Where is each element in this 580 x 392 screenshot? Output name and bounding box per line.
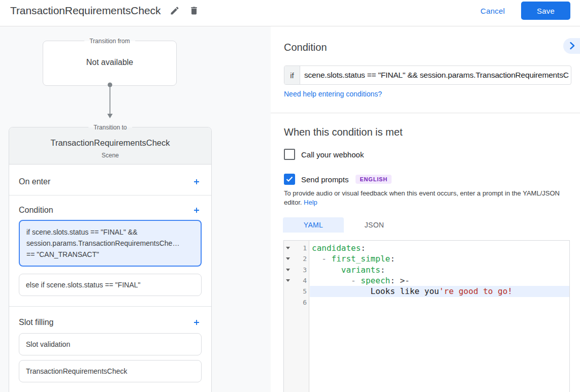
condition-line: if scene.slots.status == "FINAL" && (26, 226, 194, 238)
code-text[interactable] (310, 297, 569, 308)
condition-expression-input[interactable]: scene.slots.status == "FINAL" && session… (300, 66, 571, 84)
collapse-panel-button[interactable] (563, 38, 580, 54)
line-number: 1 (293, 243, 307, 253)
code-text[interactable]: - speech: >- (310, 275, 569, 286)
on-enter-section: On enter (9, 165, 211, 195)
fold-arrow-icon (286, 279, 290, 282)
add-slot-button[interactable] (194, 319, 200, 325)
code-line: 5 Looks like you're good to go! (284, 286, 569, 297)
fold-arrow-icon (286, 257, 290, 260)
scene-card-header[interactable]: TransactionRequirementsCheck Scene (9, 127, 211, 165)
editor-format-tabs: YAMLJSON (283, 217, 405, 233)
code-line: 1candidates: (284, 243, 569, 253)
cancel-button[interactable]: Cancel (480, 7, 505, 15)
scene-type-label: Scene (9, 151, 211, 159)
code-text[interactable]: - first_simple: (310, 253, 569, 264)
else-condition-item[interactable]: else if scene.slots.status == "FINAL" (19, 274, 202, 296)
prompt-description-line1: To provide audio or visual feedback when… (284, 189, 560, 197)
code-line: 4 - speech: >- (284, 275, 569, 286)
webhook-row: Call your webhook (284, 149, 364, 160)
condition-expression-field: if scene.slots.status == "FINAL" && sess… (284, 66, 571, 85)
edit-icon[interactable] (170, 6, 180, 16)
scene-flow-panel: Transition from Not available Transition… (0, 26, 271, 392)
prompt-description-line2: editor. (284, 199, 302, 206)
code-text[interactable]: variants: (310, 265, 569, 275)
fold-toggle[interactable] (284, 253, 293, 264)
checkmark-icon (286, 176, 293, 182)
condition-met-heading: When this condition is met (284, 125, 402, 139)
scene-card: Transition to TransactionRequirementsChe… (9, 127, 212, 392)
condition-line: session.params.TransactionRequirementsCh… (26, 238, 194, 249)
top-bar: TransactionRequirementsCheck Cancel Save (0, 0, 580, 26)
if-prefix: if (284, 66, 300, 84)
panel-divider (271, 113, 580, 113)
scene-name: TransactionRequirementsCheck (9, 137, 211, 148)
line-number: 3 (293, 265, 307, 275)
code-line: 3 variants: (284, 265, 569, 275)
line-number: 5 (293, 286, 307, 297)
language-badge: ENGLISH (356, 175, 392, 184)
condition-heading: Condition (284, 40, 327, 54)
code-line: 6 (284, 297, 569, 308)
call-webhook-label: Call your webhook (301, 150, 364, 159)
line-number: 2 (293, 253, 307, 264)
code-text[interactable]: Looks like you're good to go! (310, 286, 569, 297)
active-condition-item[interactable]: if scene.slots.status == "FINAL" &&sessi… (19, 220, 202, 267)
send-prompts-checkbox[interactable] (284, 174, 295, 185)
tab-yaml[interactable]: YAML (283, 217, 344, 233)
transition-from-legend: Transition from (84, 37, 135, 46)
fold-toggle[interactable] (284, 243, 293, 253)
save-button[interactable]: Save (521, 2, 570, 20)
flow-arrow (102, 80, 118, 122)
condition-editor-panel: Condition if scene.slots.status == "FINA… (271, 26, 580, 392)
add-condition-button[interactable] (194, 207, 200, 213)
slot-item[interactable]: TransactionRequirementsCheck (19, 360, 202, 382)
code-line: 2 - first_simple: (284, 253, 569, 264)
delete-icon[interactable] (189, 6, 199, 16)
yaml-code-editor[interactable]: 1candidates:2 - first_simple:3 variants:… (283, 240, 570, 392)
fold-arrow-icon (286, 247, 290, 249)
condition-label: Condition (19, 206, 53, 215)
transition-from-box: Transition from Not available (43, 41, 177, 86)
condition-line: == "CAN_TRANSACT" (26, 249, 194, 260)
fold-toggle[interactable] (284, 265, 293, 275)
fold-arrow-icon (286, 269, 290, 271)
send-prompts-label: Send prompts (301, 175, 348, 184)
line-number: 6 (293, 297, 307, 308)
tab-json[interactable]: JSON (344, 217, 405, 233)
help-link[interactable]: Help (304, 199, 317, 206)
call-webhook-checkbox[interactable] (284, 149, 295, 160)
transition-to-legend: Transition to (88, 123, 132, 132)
chevron-right-icon (570, 42, 575, 50)
add-on-enter-button[interactable] (194, 179, 200, 185)
on-enter-label: On enter (19, 177, 50, 186)
page-title: TransactionRequirementsCheck (10, 5, 160, 17)
prompt-description: To provide audio or visual feedback when… (284, 189, 560, 207)
slot-filling-label: Slot filling (19, 318, 53, 327)
line-number: 4 (293, 275, 307, 286)
fold-toggle[interactable] (284, 275, 293, 286)
slot-item[interactable]: Slot validation (19, 333, 202, 355)
fold-spacer (284, 286, 293, 297)
code-text[interactable]: candidates: (310, 243, 569, 253)
send-prompts-row: Send prompts ENGLISH (284, 174, 392, 185)
condition-section: Condition if scene.slots.status == "FINA… (9, 195, 211, 307)
condition-help-link[interactable]: Need help entering conditions? (284, 89, 382, 99)
fold-spacer (284, 297, 293, 308)
slot-filling-section: Slot filling Slot validationTransactionR… (9, 307, 211, 382)
